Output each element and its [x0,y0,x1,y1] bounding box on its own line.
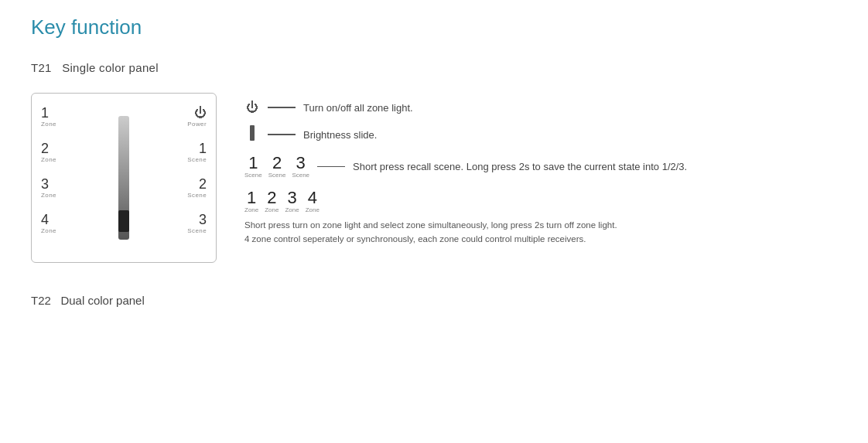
brightness-desc-icon [244,125,260,144]
scene-2-btn: 2 Scene [187,177,207,199]
zone-1-btn: 1 Zone [41,106,124,128]
scene-1-btn: 1 Scene [187,141,207,163]
page-title: Key function [31,15,837,39]
brightness-desc-row: Brightness slide. [244,125,837,144]
power-line [268,107,296,108]
zone-1-label: Zone [41,121,56,128]
scene-1-number: 1 [199,141,207,155]
description-area: ⏻ Turn on/off all zone light. Brightness… [244,93,837,247]
slider-small-icon [250,125,255,141]
scene-2-number: 2 [199,177,207,191]
zone-num-1: 1 Zone [244,189,258,213]
panel-illustration: 1 Zone 2 Zone 3 Zone 4 Zone [31,93,217,263]
panel-slider [118,106,129,250]
scene-line [317,166,345,168]
panel-left-zones: 1 Zone 2 Zone 3 Zone 4 Zone [41,106,124,250]
scene-num-1: 1 Scene [244,155,262,179]
zone-num-2: 2 Zone [265,189,279,213]
scene-3-btn: 3 Scene [187,213,207,234]
brightness-line [268,134,296,135]
zone-3-label: Zone [41,192,56,199]
t22-section-title: T22 Dual color panel [31,294,837,307]
t21-section-title: T21 Single color panel [31,61,837,74]
zone-4-number: 4 [41,213,49,227]
power-btn: ⏻ Power [187,106,207,128]
zone-3-number: 3 [41,177,49,191]
slider-thumb [118,210,129,232]
scene-desc-row: 1 Scene 2 Scene 3 Scene Short press reca… [244,155,837,179]
zone-paragraph: Short press turn on zone light and selec… [244,218,724,247]
zone-nums: 1 Zone 2 Zone 3 Zone 4 Zone [244,189,320,213]
zone-desc-row: 1 Zone 2 Zone 3 Zone 4 Zone [244,189,837,213]
scene-3-number: 3 [199,213,207,227]
t21-section: 1 Zone 2 Zone 3 Zone 4 Zone [31,93,837,263]
scene-desc-text: Short press recall scene. Long press 2s … [353,161,687,172]
scene-2-label: Scene [187,192,207,199]
slider-track [118,116,129,240]
scene-1-label: Scene [187,156,207,163]
power-label: Power [187,121,207,128]
zone-2-label: Zone [41,156,56,163]
power-desc-text: Turn on/off all zone light. [303,102,413,114]
scene-nums: 1 Scene 2 Scene 3 Scene [244,155,309,179]
power-desc-row: ⏻ Turn on/off all zone light. [244,101,837,114]
scene-num-2: 2 Scene [268,155,286,179]
power-icon: ⏻ [194,106,207,120]
zone-1-number: 1 [41,106,49,120]
zone-4-btn: 4 Zone [41,213,124,234]
zone-2-btn: 2 Zone [41,141,124,163]
brightness-desc-text: Brightness slide. [303,129,377,141]
zone-num-4: 4 Zone [306,189,320,213]
scene-3-label: Scene [187,227,207,234]
zone-num-3: 3 Zone [285,189,299,213]
zone-2-number: 2 [41,141,49,155]
power-desc-icon: ⏻ [244,101,260,114]
scene-num-3: 3 Scene [292,155,309,179]
panel-right: ⏻ Power 1 Scene 2 Scene 3 Scene [124,106,207,250]
zone-4-label: Zone [41,227,56,234]
zone-3-btn: 3 Zone [41,177,124,199]
